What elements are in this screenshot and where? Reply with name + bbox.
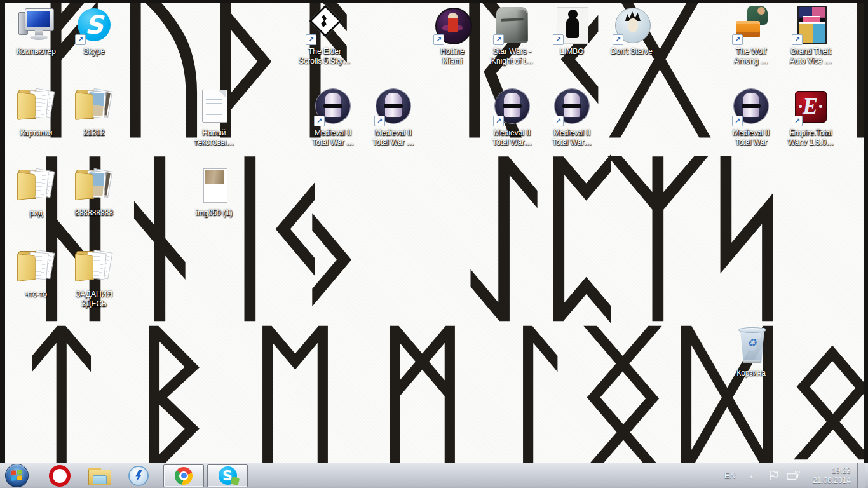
text-file-icon [185, 86, 243, 126]
desktop-icon-label: Medieval II Total War … [312, 128, 354, 147]
desktop-icon-label: img050 (1) [196, 208, 232, 218]
desktop-icon-label: Medieval II Total War [733, 128, 770, 147]
desktop-icon-label: Medieval II Total War … [372, 128, 414, 147]
desktop-icon-medieval2-4[interactable]: ↗ Medieval II Total War… [543, 86, 601, 147]
desktop-icon-medieval2-2[interactable]: ↗ Medieval II Total War … [364, 86, 423, 147]
show-desktop-button[interactable] [857, 463, 865, 488]
tray-date: 21.08.2014 [813, 476, 851, 485]
desktop-icon-folder-kartinki[interactable]: Картинки [7, 86, 65, 138]
limbo-icon: ↗ [543, 4, 601, 45]
taskbar-explorer-button[interactable] [85, 464, 114, 487]
action-center-flag-icon[interactable] [767, 470, 780, 482]
desktop[interactable]: ᚠ ᚢ ᚦ ᚨ ᚱ ᚲ ᚷ ᚹ ᚺ ᚾ ᛁ ᛃ ᛇ ᛈ ᛉ ᛋ ᛏ ᛒ ᛖ ᛗ … [0, 0, 868, 463]
taskbar-daemon-tools-button[interactable] [124, 464, 153, 487]
taskbar: S EN ▲ 19:23 21.08.2014 [0, 463, 868, 488]
desktop-icon-label: рид [30, 208, 43, 218]
wallpaper-runes: ᚠ ᚢ ᚦ ᚨ ᚱ ᚲ ᚷ ᚹ ᚺ ᚾ ᛁ ᛃ ᛇ ᛈ ᛉ ᛋ ᛏ ᛒ ᛖ ᛗ … [5, 3, 864, 463]
start-button[interactable] [5, 464, 29, 487]
explorer-folder-icon [88, 468, 110, 484]
show-hidden-icons-button[interactable]: ▲ [749, 473, 754, 479]
desktop-icon-computer[interactable]: Компьютер [7, 4, 65, 57]
folder-icon [7, 86, 65, 126]
rune-glyph: ᛟ [785, 318, 868, 463]
desktop-icon-new-text-file[interactable]: Новый текстовы… [185, 86, 243, 147]
taskbar-opera-button[interactable] [45, 464, 74, 487]
dont-starve-icon: ↗ [602, 4, 661, 45]
desktop-icon-label: что-то [25, 290, 47, 299]
shortcut-arrow-icon: ↗ [433, 34, 444, 45]
desktop-icon-label: Star Wars - Knight of t… [491, 47, 533, 66]
rune-glyph: ᛝ [576, 318, 670, 463]
rune-glyph: ᛗ [375, 318, 470, 463]
desktop-icon-limbo[interactable]: ↗ LIMBO [543, 4, 601, 57]
desktop-icon-label: Grand Theft Auto Vice … [790, 47, 832, 66]
shortcut-arrow-icon: ↗ [306, 34, 316, 45]
taskbar-skype-button[interactable]: S [207, 464, 248, 487]
shortcut-arrow-icon: ↗ [553, 34, 564, 45]
desktop-icon-empire-total-war[interactable]: E↗ Empire.Total War.v 1.5.0… [782, 86, 840, 147]
desktop-icon-label: Hotline Miami [440, 47, 464, 66]
desktop-icon-folder-rid[interactable]: рид [7, 166, 65, 218]
shortcut-arrow-icon: ↗ [374, 116, 385, 126]
tray-language-indicator[interactable]: EN [724, 471, 736, 480]
desktop-icon-folder-21312[interactable]: 21312 [65, 86, 123, 138]
desktop-icon-star-wars-kotor[interactable]: ↗ Star Wars - Knight of t… [483, 4, 541, 66]
folder-icon [7, 247, 65, 288]
desktop-icon-folder-888888888[interactable]: 888888888 [65, 166, 123, 218]
desktop-icon-elder-scrolls-skyrim[interactable]: ↗ The Elder Scrolls 5.Sky… [295, 4, 354, 66]
folder-icon [7, 166, 65, 207]
desktop-icon-wolf-among-us[interactable]: ↗ The Wolf Among … [722, 4, 780, 66]
desktop-icon-medieval2-5[interactable]: ↗ Medieval II Total War [722, 86, 780, 147]
desktop-icon-skype[interactable]: S↗ Skype [65, 4, 123, 57]
desktop-icon-label: ЗАДАНИЯ ЗДЕСЬ [76, 290, 112, 309]
system-tray: EN ▲ 19:23 21.08.2014 [724, 463, 868, 488]
desktop-icon-label: Корзина [736, 369, 766, 378]
daemon-tools-icon [130, 467, 147, 485]
desktop-icon-folder-chto-to[interactable]: что-то [7, 247, 65, 299]
desktop-icon-dont-starve[interactable]: ↗ Don't Starve [602, 4, 661, 57]
recycle-bin-icon: ♻ [722, 326, 780, 367]
shortcut-arrow-icon: ↗ [613, 34, 623, 45]
desktop-icon-medieval2-3[interactable]: ↗ Medieval II Total War… [483, 86, 541, 147]
desktop-icon-recycle-bin[interactable]: ♻ Корзина [722, 326, 780, 378]
empire-total-war-icon: E↗ [782, 86, 840, 126]
lightning-icon [135, 470, 143, 482]
tray-time: 19:23 [832, 466, 851, 475]
tray-clock[interactable]: 19:23 21.08.2014 [813, 466, 851, 485]
shortcut-arrow-icon: ↗ [792, 116, 803, 126]
rune-glyph: ᛃ [259, 148, 367, 329]
shortcut-arrow-icon: ↗ [493, 116, 504, 126]
image-file-icon [185, 166, 243, 207]
desktop-icon-label: Новый текстовы… [194, 128, 234, 147]
medieval2-icon: ↗ [722, 86, 780, 126]
desktop-icon-label: The Elder Scrolls 5.Sky… [299, 47, 350, 66]
desktop-icon-folder-zadaniya-zdes[interactable]: ЗАДАНИЯ ЗДЕСЬ [65, 247, 123, 309]
desktop-icon-label: Medieval II Total War… [552, 128, 592, 147]
skype-icon: S↗ [65, 4, 123, 45]
desktop-icon-label: Don't Starve [611, 47, 653, 57]
desktop-icon-gta-vice-city[interactable]: ↗ Grand Theft Auto Vice … [782, 4, 840, 66]
desktop-icon-label: Компьютер [17, 47, 56, 57]
desktop-icon-hotline-miami[interactable]: ↗ Hotline Miami [423, 4, 482, 66]
skyrim-icon: ↗ [295, 4, 354, 45]
gta-vice-city-icon: ↗ [782, 4, 840, 45]
hotline-miami-icon: ↗ [423, 4, 482, 45]
rune-glyph: ᛋ [693, 148, 801, 329]
desktop-icon-img050[interactable]: img050 (1) [185, 166, 243, 218]
desktop-icon-label: 888888888 [75, 208, 113, 218]
desktop-icon-label: Medieval II Total War… [492, 128, 532, 147]
folder-icon [65, 86, 123, 126]
shortcut-arrow-icon: ↗ [75, 34, 86, 45]
desktop-icon-medieval2-1[interactable]: ↗ Medieval II Total War … [304, 86, 362, 147]
desktop-icon-label: Empire.Total War.v 1.5.0… [788, 128, 834, 147]
windows-logo-icon [11, 470, 23, 482]
desktop-icon-label: The Wolf Among … [734, 47, 768, 66]
desktop-icon-label: 21312 [83, 128, 104, 138]
taskbar-chrome-button[interactable] [163, 464, 204, 487]
desktop-icon-label: Картинки [20, 128, 53, 138]
shortcut-arrow-icon: ↗ [493, 34, 504, 45]
battery-power-icon[interactable] [786, 470, 801, 482]
desktop-icon-label: LIMBO [560, 47, 583, 57]
wolf-among-us-icon: ↗ [722, 4, 780, 45]
folder-icon [65, 247, 123, 288]
